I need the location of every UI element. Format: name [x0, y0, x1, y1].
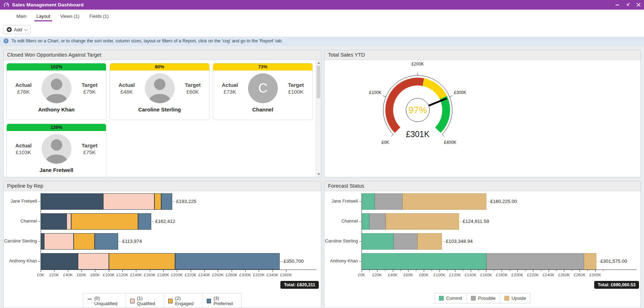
bar-segment[interactable]: [175, 253, 280, 270]
x-tick-label: £60K: [403, 273, 413, 277]
x-tick-label: £0K: [358, 273, 365, 277]
bar-segment[interactable]: [41, 233, 44, 250]
window-title: Sales Management Dashboard: [12, 2, 84, 7]
legend-item[interactable]: (1) Qualified: [126, 293, 164, 308]
scroll-thumb[interactable]: [317, 66, 320, 98]
minimize-icon[interactable]: [616, 5, 619, 5]
x-tick-label: £200K: [171, 273, 183, 277]
legend-item[interactable]: Upside: [500, 293, 530, 303]
category-label: Jane Fretwell: [4, 199, 37, 204]
bar-segment[interactable]: [161, 193, 172, 210]
bar-segment[interactable]: [154, 193, 161, 210]
bar-segment[interactable]: [41, 193, 103, 210]
bar-segment[interactable]: [95, 233, 118, 250]
bar-segment[interactable]: [361, 233, 394, 250]
bar-value-label: £193,225: [176, 199, 196, 204]
rep-card: 102%Actual£76KTarget£75KAnthony Khan: [6, 63, 106, 120]
y-axis: [41, 193, 41, 270]
bar-segment[interactable]: [71, 213, 138, 230]
tab-views[interactable]: Views (1): [58, 14, 81, 22]
gauge-tick-label: £400K: [444, 140, 456, 145]
closed-won-content: 102%Actual£76KTarget£75KAnthony Khan80%A…: [4, 60, 321, 177]
forecast-chart[interactable]: Jane Fretwell£160,225.00Channel£124,911.…: [324, 191, 640, 308]
gauge-chart[interactable]: £0K£100K£200K£300K£400K97%£301K: [324, 60, 640, 177]
bar-segment[interactable]: [78, 253, 109, 270]
bar-segment[interactable]: [44, 233, 73, 250]
gauge-tick-label: £0K: [381, 140, 389, 145]
bar-segment[interactable]: [584, 253, 596, 270]
rep-card-body: Actual£76KTarget£75K: [7, 71, 106, 103]
bar-segment[interactable]: [386, 213, 459, 230]
bar-segment[interactable]: [375, 193, 402, 210]
legend-item[interactable]: Commit: [435, 293, 466, 303]
tab-fields[interactable]: Fields (1): [87, 14, 111, 22]
bar-segment[interactable]: [369, 213, 386, 230]
add-button[interactable]: Add: [3, 25, 31, 34]
x-tick: [377, 270, 378, 272]
x-minor-tick: [432, 270, 432, 271]
bar-segment[interactable]: [486, 253, 584, 270]
legend-item[interactable]: Possible: [466, 293, 500, 303]
x-tick-label: £340K: [266, 273, 278, 277]
actual-value: £48K: [118, 89, 135, 95]
bar-segment[interactable]: [361, 253, 486, 270]
restore-icon[interactable]: [625, 2, 630, 7]
x-tick: [177, 270, 177, 272]
panel-closed-won: Closed Won Opportunities Against Target …: [3, 50, 321, 177]
attainment-percent-badge: 73%: [213, 63, 312, 71]
actual-block: Actual£48K: [118, 82, 135, 95]
bar-segment[interactable]: [67, 213, 71, 230]
target-block: Target£75K: [81, 142, 97, 155]
close-icon[interactable]: [637, 3, 640, 7]
gauge-percent-label: 97%: [408, 105, 427, 115]
target-label: Target: [81, 82, 97, 88]
tab-main[interactable]: Main: [14, 14, 28, 22]
bar-segment[interactable]: [361, 213, 369, 230]
attainment-percent-badge: 139%: [7, 124, 106, 131]
category-tick: [38, 221, 40, 222]
rep-card: 139%Actual£103KTarget£75KJane Fretwell: [6, 124, 106, 177]
panel-pipeline-by-rep: Pipeline by Rep Jane Fretwell£193,225Cha…: [3, 181, 321, 308]
bar-segment[interactable]: [74, 233, 95, 250]
bar-segment[interactable]: [41, 253, 78, 270]
target-value: £100K: [288, 89, 304, 95]
x-tick: [259, 270, 259, 272]
x-minor-tick: [447, 270, 448, 271]
bar-segment[interactable]: [103, 193, 154, 210]
vertical-scrollbar[interactable]: [316, 60, 321, 177]
x-tick-label: £240K: [198, 273, 210, 277]
actual-label: Actual: [222, 82, 238, 88]
legend-item[interactable]: (2) Engaged: [164, 293, 202, 308]
bar-segment[interactable]: [109, 253, 175, 270]
bar-segment[interactable]: [394, 233, 417, 250]
scroll-down-icon[interactable]: [317, 173, 320, 175]
bar-segment[interactable]: [138, 213, 151, 230]
scroll-up-icon[interactable]: [317, 62, 320, 64]
x-tick: [517, 270, 518, 272]
x-tick-label: £260K: [558, 273, 570, 277]
total-badge: Total: £690,060.53: [594, 281, 639, 289]
x-tick: [150, 270, 150, 272]
panel-forecast-status: Forecast Status Jane Fretwell£160,225.00…: [324, 181, 641, 308]
x-tick: [95, 270, 95, 272]
target-value: £60K: [185, 89, 201, 95]
category-tick: [38, 202, 40, 202]
gauge-band: [438, 98, 446, 130]
bar-segment[interactable]: [417, 233, 442, 250]
total-badge: Total: £820,311: [280, 281, 319, 289]
x-minor-tick: [369, 270, 370, 271]
bar-segment[interactable]: [361, 193, 375, 210]
attainment-percent-badge: 102%: [7, 63, 106, 71]
tab-layout[interactable]: Layout: [34, 14, 52, 22]
bar-value-label: £103,348.94: [446, 239, 473, 244]
window-controls: [616, 2, 640, 7]
title-bar: Sales Management Dashboard: [0, 0, 644, 10]
info-bar: To edit filters on a Chart, or to change…: [0, 37, 644, 46]
bar-segment[interactable]: [402, 193, 486, 210]
x-tick: [54, 270, 54, 272]
bar-segment[interactable]: [41, 213, 67, 230]
legend-item[interactable]: (3) Preferred: [202, 293, 241, 308]
legend-item[interactable]: (0) Unqualified: [83, 293, 126, 308]
pipeline-chart[interactable]: Jane Fretwell£193,225Channel£162,412Caro…: [4, 191, 321, 308]
actual-block: Actual£73K: [222, 82, 238, 95]
